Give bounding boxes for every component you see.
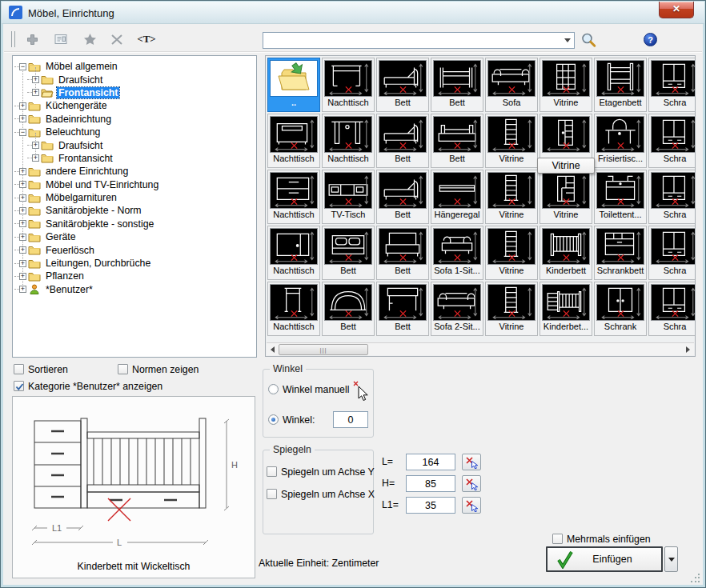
dim-l-input[interactable]	[406, 454, 455, 470]
dim-l1-input[interactable]	[406, 497, 455, 514]
tree-item[interactable]: +Sanitärobjekte - Norm	[13, 204, 256, 217]
expand-icon[interactable]: +	[19, 246, 26, 254]
kategorie-checkbox[interactable]	[14, 381, 24, 391]
symbol-cell[interactable]: Frisiertisc...	[594, 114, 647, 168]
mehrmals-checkbox[interactable]	[552, 534, 563, 544]
expand-icon[interactable]: +	[32, 154, 39, 162]
expand-icon[interactable]: +	[32, 142, 39, 149]
expand-icon[interactable]: +	[19, 220, 26, 227]
dim-h-pick-button[interactable]	[462, 475, 481, 492]
search-icon[interactable]	[580, 31, 597, 49]
tree-item[interactable]: +Draufsicht	[13, 73, 256, 86]
close-button[interactable]: ✕	[659, 2, 694, 18]
einfuegen-button[interactable]: Einfügen	[546, 546, 663, 572]
tree-item[interactable]: −Beleuchtung	[13, 126, 256, 138]
symbol-cell[interactable]: Bett	[376, 58, 429, 112]
expand-icon[interactable]: +	[19, 115, 26, 122]
delete-button[interactable]	[108, 31, 126, 47]
text-tool-button[interactable]: <T>	[135, 31, 158, 47]
symbol-cell[interactable]: Nachttisch	[267, 282, 320, 336]
symbol-cell[interactable]: Kinderbet...	[540, 282, 592, 336]
search-combobox[interactable]	[263, 32, 575, 49]
expand-icon[interactable]: +	[19, 168, 26, 175]
symbol-cell[interactable]: Schrankbett	[594, 226, 647, 280]
symbol-cell[interactable]: Nachttisch	[267, 226, 320, 280]
search-input[interactable]	[263, 33, 560, 48]
symbol-cell[interactable]: Kinderbett	[540, 226, 592, 280]
symbol-cell[interactable]: Schra	[648, 170, 695, 224]
tree-item[interactable]: +Feuerlösch	[13, 243, 256, 256]
scroll-left-button[interactable]	[267, 344, 279, 355]
symbol-cell[interactable]: Hängeregal	[431, 170, 483, 224]
expand-icon[interactable]: +	[19, 207, 26, 214]
expand-icon[interactable]: +	[19, 234, 26, 241]
toolbar-grip[interactable]	[11, 31, 15, 47]
symbol-cell[interactable]: Schra	[648, 226, 695, 280]
collapse-icon[interactable]: −	[19, 129, 26, 136]
symbol-cell[interactable]: Bett	[376, 226, 429, 280]
symbol-cell[interactable]: Vitrine	[485, 282, 538, 336]
symbol-cell[interactable]: Bett	[322, 282, 375, 336]
tree-item[interactable]: +Frontansicht	[13, 152, 256, 165]
help-button[interactable]: ?	[644, 33, 657, 46]
tree-item[interactable]: +Möbel und TV-Einrichtung	[13, 178, 256, 191]
expand-icon[interactable]: +	[32, 89, 39, 96]
title-bar[interactable]: Möbel, Einrichtung ✕	[2, 2, 704, 24]
symbol-cell[interactable]: Nachttisch	[267, 114, 320, 168]
form-button[interactable]	[52, 31, 70, 47]
horizontal-scrollbar[interactable]: |||	[267, 342, 694, 355]
symbol-cell[interactable]: Sofa 1-Sit...	[431, 226, 483, 280]
spiegeln-y-checkbox[interactable]	[267, 466, 277, 477]
symbol-cell[interactable]: Vitrine	[540, 58, 592, 112]
symbol-cell[interactable]: Nachttisch	[322, 114, 375, 168]
symbol-cell[interactable]: Bett	[431, 114, 483, 168]
einfuegen-dropdown-button[interactable]	[664, 546, 678, 572]
symbol-cell[interactable]: Vitrine	[485, 114, 538, 168]
resize-grip[interactable]	[690, 573, 700, 583]
tree-item[interactable]: +Möbelgarnituren	[13, 191, 256, 204]
spiegeln-x-checkbox[interactable]	[267, 489, 277, 499]
tree-item[interactable]: −Möbel allgemein	[13, 60, 256, 73]
symbol-cell[interactable]: Vitrine	[540, 170, 592, 224]
scroll-right-button[interactable]	[682, 344, 694, 355]
symbol-cell[interactable]: Bett	[376, 282, 429, 336]
symbol-cell[interactable]: Sofa 2-Sit...	[431, 282, 483, 336]
symbol-cell[interactable]: Vitrine	[485, 226, 538, 280]
expand-icon[interactable]: +	[19, 260, 26, 267]
symbol-cell[interactable]: Vitrine	[485, 170, 538, 224]
symbol-cell[interactable]: Nachttisch	[267, 170, 320, 224]
tree-item[interactable]: +*Benutzer*	[13, 283, 256, 296]
tree-item[interactable]: +andere Einrichtung	[13, 165, 256, 178]
expand-icon[interactable]: +	[19, 273, 26, 280]
expand-icon[interactable]: +	[32, 76, 39, 83]
tree-item[interactable]: +Draufsicht	[13, 138, 256, 151]
expand-icon[interactable]: +	[19, 181, 26, 188]
symbol-cell[interactable]: TV-Tisch	[322, 170, 375, 224]
expand-icon[interactable]: +	[19, 102, 26, 110]
expand-icon[interactable]: +	[19, 194, 26, 202]
scrollbar-thumb[interactable]: |||	[279, 344, 368, 355]
symbol-cell[interactable]: Schra	[648, 58, 695, 112]
symbol-cell[interactable]: Bett	[431, 58, 483, 112]
tree-item[interactable]: +Küchengeräte	[13, 99, 256, 112]
tree-item[interactable]: +Sanitärobjekte - sonstige	[13, 218, 256, 230]
symbol-cell[interactable]: Bett	[322, 226, 375, 280]
add-button[interactable]	[23, 31, 41, 47]
sortieren-checkbox[interactable]	[14, 364, 24, 374]
winkel-radio[interactable]	[268, 414, 279, 425]
tree-item[interactable]: +Geräte	[13, 230, 256, 243]
collapse-icon[interactable]: −	[19, 63, 26, 70]
tree-item[interactable]: +Frontansicht	[13, 86, 256, 99]
category-tree[interactable]: −Möbel allgemein+Draufsicht+Frontansicht…	[12, 55, 257, 358]
symbol-cell[interactable]: Vitrine	[540, 114, 592, 168]
favorite-button[interactable]	[81, 31, 98, 47]
symbol-cell[interactable]: Schra	[648, 282, 695, 336]
winkel-input[interactable]	[333, 411, 368, 428]
symbol-cell[interactable]: Toilettent...	[594, 170, 647, 224]
symbol-cell[interactable]: Schrank	[594, 282, 647, 336]
symbol-cell[interactable]: Sofa	[485, 58, 538, 112]
tree-item[interactable]: +Badeinrichtung	[13, 113, 256, 126]
winkel-manuell-radio[interactable]	[268, 384, 279, 394]
symbol-cell[interactable]: Nachttisch	[322, 58, 375, 112]
dim-h-input[interactable]	[406, 475, 455, 492]
